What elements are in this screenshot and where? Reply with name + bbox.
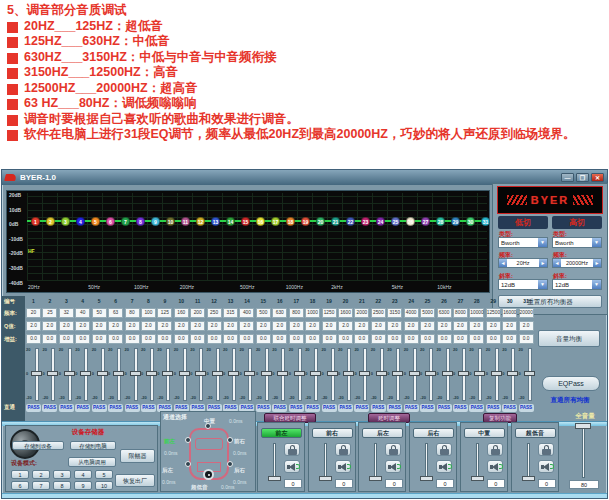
band-gain-slider[interactable]: 200-20 <box>256 347 271 402</box>
band-q-field[interactable]: 2.0 <box>42 321 57 331</box>
channel-label-button[interactable]: 中置 <box>464 428 505 438</box>
band-gain-slider[interactable]: 200-20 <box>141 347 156 402</box>
eq-band-dot[interactable]: 8 <box>136 217 145 226</box>
eq-band-dot[interactable]: 1 <box>31 217 40 226</box>
band-q-field[interactable]: 2.0 <box>387 321 402 331</box>
band-q-field[interactable]: 2.0 <box>75 321 90 331</box>
band-freq-field[interactable]: 1600 <box>338 308 353 318</box>
lock-icon-button[interactable] <box>436 443 452 456</box>
slider-handle[interactable] <box>491 371 502 376</box>
band-gain-field[interactable]: 0.0 <box>75 334 90 344</box>
slider-handle[interactable] <box>442 371 453 376</box>
channel-fader-handle[interactable] <box>471 476 484 481</box>
master-volume-track[interactable] <box>582 425 585 478</box>
band-gain-field[interactable]: 0.0 <box>157 334 172 344</box>
volume-eq-button[interactable]: 音量均衡 <box>538 330 600 347</box>
band-pass-button[interactable]: PASS <box>338 404 353 412</box>
band-q-field[interactable]: 2.0 <box>256 321 271 331</box>
band-q-field[interactable]: 2.0 <box>289 321 304 331</box>
slider-handle[interactable] <box>392 371 403 376</box>
slider-handle[interactable] <box>277 371 288 376</box>
mute-speaker-icon-button[interactable] <box>284 460 300 473</box>
band-gain-slider[interactable]: 200-20 <box>239 347 254 402</box>
slider-handle[interactable] <box>524 371 535 376</box>
band-pass-button[interactable]: PASS <box>92 404 107 412</box>
speaker-position-label[interactable]: 前右 <box>234 438 245 445</box>
band-gain-slider[interactable]: 200-20 <box>453 347 468 402</box>
graph-plot-area[interactable]: 1234567891011121314151617181920212223242… <box>27 193 487 281</box>
lock-icon-button[interactable] <box>284 443 300 456</box>
bypass-all-link[interactable]: 直通所有均衡 <box>534 396 606 405</box>
eq-band-dot[interactable]: 17 <box>271 217 280 226</box>
eq-band-dot[interactable]: 18 <box>286 217 295 226</box>
slider-handle[interactable] <box>327 371 338 376</box>
band-pass-button[interactable]: PASS <box>125 404 140 412</box>
memory-slot-button[interactable]: 6 <box>11 481 29 490</box>
band-q-field[interactable]: 2.0 <box>519 321 534 331</box>
slider-handle[interactable] <box>228 371 239 376</box>
limiter-button[interactable]: 限幅器 <box>120 449 155 463</box>
band-q-field[interactable]: 2.0 <box>486 321 501 331</box>
band-gain-field[interactable]: 0.0 <box>141 334 156 344</box>
band-pass-button[interactable]: PASS <box>371 404 386 412</box>
band-gain-slider[interactable]: 200-20 <box>75 347 90 402</box>
band-q-field[interactable]: 2.0 <box>469 321 484 331</box>
eq-band-dot[interactable]: 13 <box>211 217 220 226</box>
low-freq-spinner[interactable]: ◄ 20Hz ► <box>498 258 548 268</box>
band-freq-field[interactable]: 10000 <box>469 308 484 318</box>
dropdown-arrow-icon[interactable]: ▼ <box>538 280 547 289</box>
save-to-pc-button[interactable]: 存储到电脑 <box>70 441 116 450</box>
band-pass-button[interactable]: PASS <box>272 404 287 412</box>
band-gain-field[interactable]: 0.0 <box>125 334 140 344</box>
band-freq-field[interactable]: 3150 <box>387 308 402 318</box>
channel-fader-handle[interactable] <box>319 476 332 481</box>
slider-handle[interactable] <box>310 371 321 376</box>
band-freq-field[interactable]: 20000 <box>519 308 534 318</box>
band-gain-slider[interactable]: 200-20 <box>42 347 57 402</box>
slider-handle[interactable] <box>425 371 436 376</box>
speaker-position-label[interactable]: 前左 <box>164 438 175 445</box>
band-gain-slider[interactable]: 200-20 <box>420 347 435 402</box>
band-gain-slider[interactable]: 200-20 <box>338 347 353 402</box>
speaker-marker-icon[interactable] <box>227 437 233 443</box>
slider-handle[interactable] <box>212 371 223 376</box>
band-pass-button[interactable]: PASS <box>387 404 402 412</box>
speaker-marker-icon[interactable] <box>205 423 211 429</box>
band-gain-field[interactable]: 0.0 <box>256 334 271 344</box>
band-gain-slider[interactable]: 200-20 <box>207 347 222 402</box>
dropdown-arrow-icon[interactable]: ▼ <box>538 238 547 247</box>
band-q-field[interactable]: 2.0 <box>125 321 140 331</box>
master-volume-handle[interactable] <box>575 423 591 429</box>
band-pass-button[interactable]: PASS <box>486 404 501 412</box>
band-gain-field[interactable]: 0.0 <box>223 334 238 344</box>
band-q-field[interactable]: 2.0 <box>338 321 353 331</box>
band-gain-slider[interactable]: 200-20 <box>92 347 107 402</box>
band-gain-slider[interactable]: 200-20 <box>502 347 517 402</box>
band-gain-slider[interactable]: 200-20 <box>469 347 484 402</box>
slider-handle[interactable] <box>97 371 108 376</box>
band-gain-slider[interactable]: 200-20 <box>289 347 304 402</box>
band-gain-slider[interactable]: 200-20 <box>354 347 369 402</box>
band-gain-slider[interactable]: 200-20 <box>387 347 402 402</box>
eq-pass-button[interactable]: EQPass <box>542 376 600 391</box>
memory-slot-button[interactable]: 3 <box>53 470 71 479</box>
band-pass-button[interactable]: PASS <box>108 404 123 412</box>
close-button[interactable]: ✕ <box>591 173 604 182</box>
slider-handle[interactable] <box>64 371 75 376</box>
band-freq-field[interactable]: 5000 <box>420 308 435 318</box>
band-q-field[interactable]: 2.0 <box>437 321 452 331</box>
slider-handle[interactable] <box>409 371 420 376</box>
band-pass-button[interactable]: PASS <box>502 404 517 412</box>
band-freq-field[interactable]: 6300 <box>437 308 452 318</box>
eq-band-dot[interactable]: 28 <box>436 217 445 226</box>
band-q-field[interactable]: 2.0 <box>322 321 337 331</box>
band-gain-slider[interactable]: 200-20 <box>157 347 172 402</box>
band-freq-field[interactable]: 12500 <box>486 308 501 318</box>
eq-band-dot[interactable]: 30 <box>466 217 475 226</box>
eq-band-dot[interactable]: 14 <box>226 217 235 226</box>
eq-band-dot[interactable]: 24 <box>376 217 385 226</box>
band-gain-slider[interactable]: 200-20 <box>437 347 452 402</box>
band-freq-field[interactable]: 1000 <box>305 308 320 318</box>
speaker-position-label[interactable]: 后左 <box>162 467 173 474</box>
band-gain-field[interactable]: 0.0 <box>469 334 484 344</box>
